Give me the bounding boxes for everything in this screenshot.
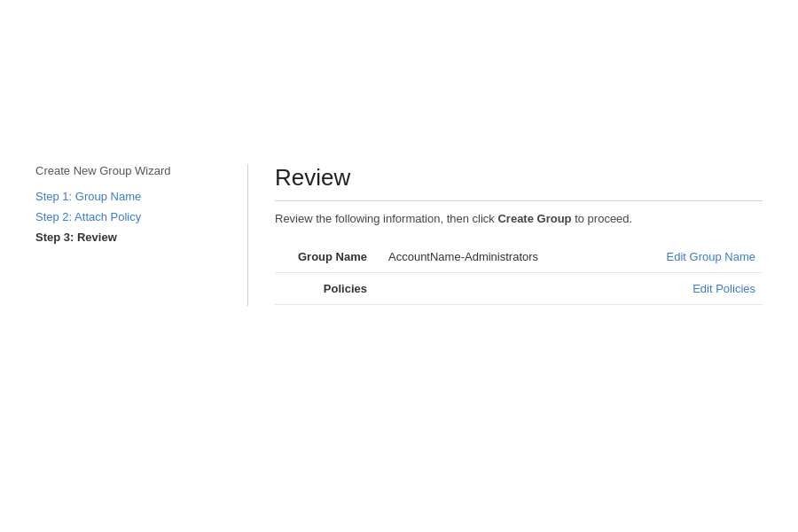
table-row: Group NameAccountName-AdministratorsEdit… (275, 241, 763, 273)
step1-label: Step 1: (35, 190, 75, 203)
main-content: Review Review the following information,… (248, 164, 798, 305)
step2-label: Step 2: (35, 210, 74, 223)
row-value (381, 273, 615, 305)
sidebar-step-2[interactable]: Step 2: Attach Policy (35, 210, 230, 223)
review-table: Group NameAccountName-AdministratorsEdit… (275, 241, 763, 305)
row-action-link[interactable]: Edit Policies (615, 273, 763, 305)
row-value: AccountName-Administrators (381, 241, 615, 273)
step3-label: Step 3: (35, 231, 77, 244)
row-label: Group Name (275, 241, 381, 273)
step3-name: Review (77, 231, 117, 244)
description-suffix: to proceed. (572, 212, 633, 225)
table-row: PoliciesEdit Policies (275, 273, 763, 305)
row-action-link[interactable]: Edit Group Name (615, 241, 763, 273)
sidebar-step-3: Step 3: Review (35, 231, 230, 244)
step2-name: Attach Policy (74, 210, 141, 223)
wizard-title: Create New Group Wizard (35, 164, 230, 177)
sidebar-step-1[interactable]: Step 1: Group Name (35, 190, 230, 203)
review-title: Review (275, 164, 763, 201)
review-description: Review the following information, then c… (275, 212, 763, 225)
step1-name: Group Name (75, 190, 141, 203)
row-label: Policies (275, 273, 381, 305)
description-action: Create Group (497, 212, 571, 225)
description-prefix: Review the following information, then c… (275, 212, 497, 225)
wizard-sidebar: Create New Group Wizard Step 1: Group Na… (35, 164, 248, 306)
